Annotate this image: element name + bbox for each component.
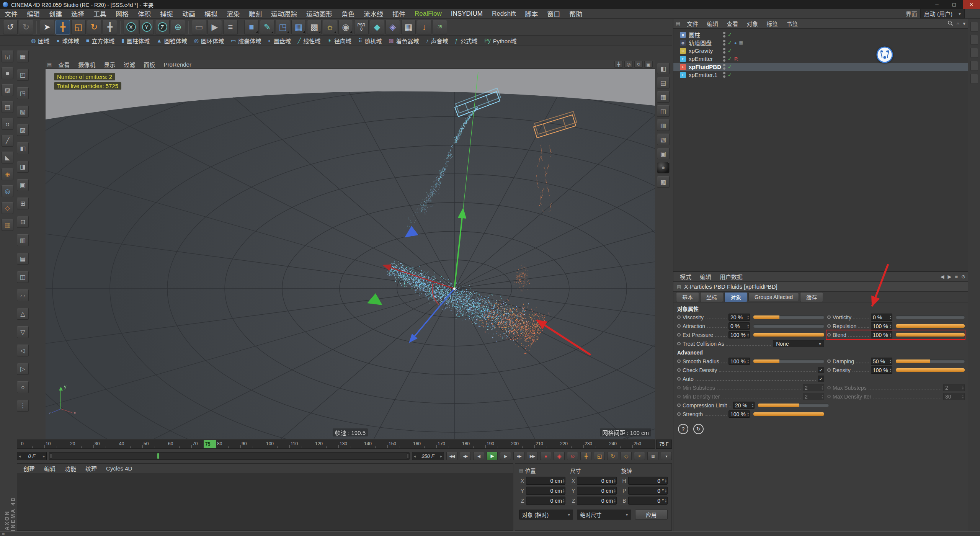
enabled-check-icon[interactable]: ✓ (728, 72, 732, 78)
random-field-button[interactable]: ⠿随机域 (355, 36, 385, 46)
rotate-button[interactable]: ↻ (87, 20, 101, 34)
tab-[interactable]: 坐标 (700, 292, 723, 302)
attr-value-field[interactable]: 50 %▴▾ (871, 358, 892, 365)
enabled-check-icon[interactable]: ✓ (728, 56, 732, 62)
keyframe-dot[interactable] (827, 333, 831, 337)
object-manager-panel-icon[interactable]: ▤ (676, 21, 680, 26)
field-stepper-icon[interactable]: ▴▾ (747, 324, 749, 328)
object-row-xpfluidpbd[interactable]: FxpFluidPBD✓ (673, 63, 968, 71)
attr-value-field[interactable]: 2▴▾ (803, 393, 824, 400)
palette2-18-button[interactable]: ▷ (17, 363, 29, 375)
menu-script[interactable]: 脚本 (520, 9, 542, 18)
light-button[interactable]: ☼ (323, 20, 337, 34)
material-menu-[interactable]: 功能 (60, 464, 81, 472)
menu-file[interactable]: 文件 (0, 9, 22, 18)
stepper-left-icon[interactable]: ◂ (19, 454, 21, 458)
coord-field[interactable]: 0 cm▴▾ (526, 497, 565, 505)
attr-slider[interactable] (896, 368, 965, 372)
workplane-snap-button[interactable]: ▦ (2, 219, 13, 231)
previous-key-button[interactable]: ◀● (460, 452, 471, 460)
visibility-dots[interactable] (723, 40, 725, 46)
field-stepper-icon[interactable]: ▴▾ (747, 315, 749, 320)
menu-volume[interactable]: 体积 (133, 9, 155, 18)
next-frame-button[interactable]: ▶ (500, 452, 511, 460)
shader-field-button[interactable]: ▨着色器域 (385, 36, 422, 46)
attr-slider[interactable] (896, 315, 965, 319)
lock-z-button[interactable]: Z (155, 20, 170, 34)
om-options-icon[interactable]: ▾ (963, 21, 965, 26)
render-view-button[interactable]: ▭ (192, 20, 206, 34)
material-menu-[interactable]: 创建 (19, 464, 39, 472)
menu-pipeline[interactable]: 流水线 (359, 9, 388, 18)
attr-slider[interactable] (896, 324, 965, 328)
attr-value-field[interactable]: 0 %▴▾ (728, 322, 750, 330)
strip-6-button[interactable]: ▧ (657, 134, 670, 145)
field-stepper-icon[interactable]: ▴▾ (747, 359, 749, 364)
coord-field[interactable]: 0 cm▴▾ (526, 487, 565, 495)
edge-tab[interactable] (970, 48, 978, 58)
tab-[interactable]: 对象 (724, 292, 747, 302)
palette2-5-button[interactable]: ▨ (17, 124, 29, 136)
object-row-xpgravity[interactable]: GxpGravity✓ (673, 47, 968, 55)
psr-zero-button[interactable]: PSR 0 (354, 20, 369, 34)
panel-menu-icon[interactable]: ≡ (955, 274, 958, 279)
scene-canvas[interactable] (46, 69, 655, 439)
model-mode-button[interactable]: ■ (2, 67, 13, 79)
edge-tab[interactable] (970, 22, 978, 32)
box-field-button[interactable]: ■立方体域 (83, 36, 118, 46)
attr-value-field[interactable]: 20 %▴▾ (733, 402, 755, 409)
keyframe-dot[interactable] (827, 315, 831, 319)
menu-render[interactable]: 渲染 (222, 9, 244, 18)
palette2-19-button[interactable]: ○ (17, 381, 29, 393)
minimize-button[interactable]: ─ (928, 0, 946, 9)
key-scale-button[interactable]: ◱ (594, 452, 605, 460)
qr-code-button[interactable]: ▦ (401, 20, 416, 34)
om-menu-[interactable]: 书签 (782, 20, 802, 28)
timeline-solo-button[interactable]: ▦ (647, 452, 658, 460)
attr-value-field[interactable]: 30▴▾ (943, 393, 965, 400)
keyframe-dot[interactable] (677, 386, 681, 389)
xp-refresh-button[interactable]: ↻ (693, 424, 704, 434)
palette2-4-button[interactable]: ▧ (17, 106, 29, 118)
visibility-dots[interactable] (723, 32, 725, 38)
history-forward-icon[interactable]: ▶ (948, 274, 952, 279)
viewport-3d-view[interactable]: Number of emitters: 2 Total live particl… (46, 69, 655, 439)
keyframe-dot[interactable] (677, 324, 681, 328)
attr-value-field[interactable]: 100 %▴▾ (728, 358, 750, 365)
key-rotation-button[interactable]: ↻ (607, 452, 618, 460)
convert-editable-button[interactable]: ◱ (2, 51, 13, 62)
menu-sculpt[interactable]: 雕刻 (244, 9, 266, 18)
viewport-menu-prorender[interactable]: ProRender (159, 61, 196, 68)
timeline-range-slider[interactable] (49, 452, 410, 460)
linear-field-button[interactable]: ╱线性域 (294, 36, 324, 46)
cylinder-field-button[interactable]: ▮圆柱体域 (118, 36, 153, 46)
field-stepper-icon[interactable]: ▴▾ (890, 368, 891, 373)
enabled-check-icon[interactable]: ✓ (728, 64, 732, 70)
move-button[interactable]: ╋ (56, 20, 70, 34)
timeline-ruler[interactable]: 0102030405060708090100110120130140150160… (17, 440, 655, 449)
range-handle-right[interactable] (407, 453, 409, 459)
home-icon[interactable]: ⌂ (957, 21, 960, 26)
edges-mode-button[interactable]: ╱ (2, 135, 13, 147)
range-handle-left[interactable] (50, 453, 52, 459)
live-selection-button[interactable]: ➤ (40, 20, 54, 34)
am-menu-[interactable]: 模式 (676, 273, 696, 281)
attr-value-field[interactable]: 100 %▴▾ (728, 331, 750, 338)
torus-field-button[interactable]: ◎圆环体域 (191, 36, 227, 46)
field-stepper-icon[interactable]: ▴▾ (665, 479, 666, 483)
close-button[interactable]: ✕ (963, 0, 980, 9)
field-stepper-icon[interactable]: ▴▾ (665, 489, 666, 493)
attr-value-field[interactable]: 2▴▾ (943, 384, 965, 391)
menu-plugins[interactable]: 插件 (388, 9, 410, 18)
xp-help-button[interactable]: ? (678, 424, 688, 434)
strip-7-button[interactable]: ▣ (657, 148, 670, 159)
field-stepper-icon[interactable]: ▴▾ (614, 498, 616, 503)
strip-9-button[interactable]: ▩ (657, 176, 670, 188)
menu-motion-tracker[interactable]: 运动跟踪 (266, 9, 302, 18)
formula-field-button[interactable]: ƒ公式域 (452, 36, 481, 46)
disc-field-button[interactable]: ◐圆盘域 (265, 36, 294, 46)
rotate-view-icon[interactable]: ↻ (634, 61, 643, 68)
frame-start-field[interactable]: ◂0 F▸ (17, 452, 47, 460)
viewport-solo-button[interactable]: ◎ (2, 185, 13, 197)
texture-mode-button[interactable]: ▨ (2, 84, 13, 96)
